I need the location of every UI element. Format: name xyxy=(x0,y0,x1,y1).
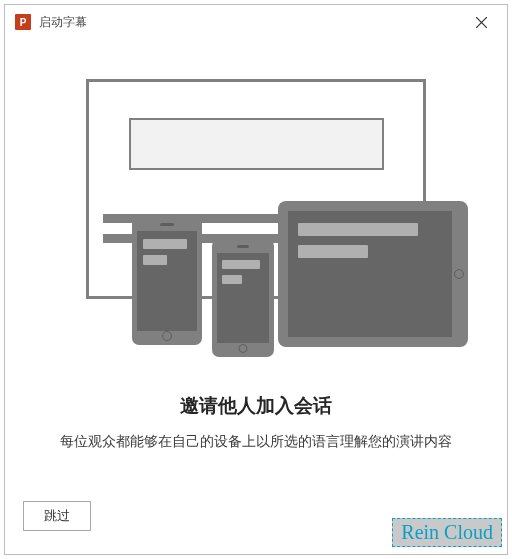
titlebar: P 启动字幕 xyxy=(5,5,507,39)
powerpoint-icon: P xyxy=(15,14,31,30)
phone-icon xyxy=(212,239,274,357)
content-area: 邀请他人加入会话 每位观众都能够在自己的设备上以所选的语言理解您的演讲内容 xyxy=(5,39,507,492)
close-button[interactable] xyxy=(463,9,499,35)
dialog: P 启动字幕 xyxy=(4,4,508,555)
footer: 跳过 xyxy=(5,492,507,554)
heading: 邀请他人加入会话 xyxy=(180,393,332,419)
tablet-icon xyxy=(278,201,468,347)
description: 每位观众都能够在自己的设备上以所选的语言理解您的演讲内容 xyxy=(60,433,452,451)
close-icon xyxy=(476,17,487,28)
phone-icon xyxy=(132,217,202,345)
devices-illustration xyxy=(66,79,446,369)
skip-button[interactable]: 跳过 xyxy=(23,501,91,531)
dialog-title: 启动字幕 xyxy=(39,14,463,31)
